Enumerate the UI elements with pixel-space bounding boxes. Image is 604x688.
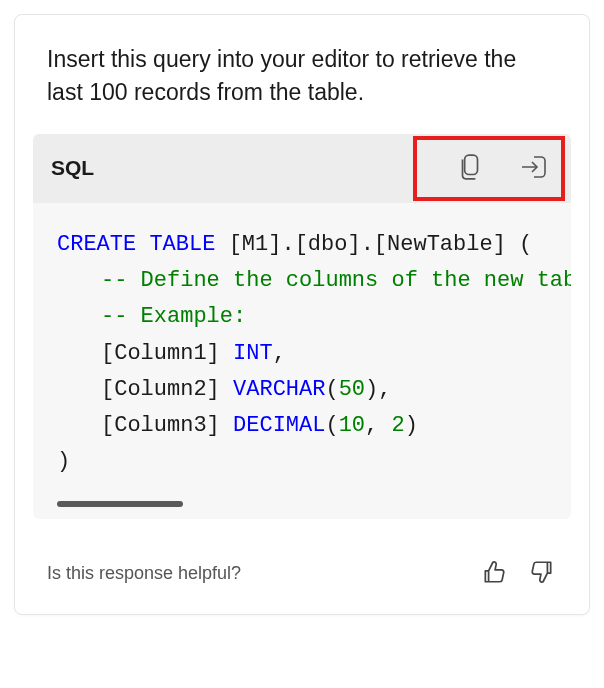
code-comment: -- Define the columns of the new tabl xyxy=(101,268,571,293)
code-text: , xyxy=(273,341,286,366)
feedback-row: Is this response helpful? xyxy=(15,519,589,590)
thumbs-up-button[interactable] xyxy=(479,557,509,590)
code-block: SQL xyxy=(33,134,571,519)
thumbs-up-icon xyxy=(481,573,507,588)
code-keyword: VARCHAR xyxy=(233,377,325,402)
code-number: 10 xyxy=(339,413,365,438)
code-text: [Column2] xyxy=(101,377,233,402)
code-text: [Column1] xyxy=(101,341,233,366)
copy-button[interactable] xyxy=(453,148,487,189)
svg-rect-0 xyxy=(465,155,478,174)
code-text: [Column3] xyxy=(101,413,233,438)
code-content: CREATE TABLE [M1].[dbo].[NewTable] ( -- … xyxy=(57,227,571,481)
code-number: 2 xyxy=(391,413,404,438)
insert-button[interactable] xyxy=(515,149,553,188)
code-text: [M1].[dbo].[NewTable] ( xyxy=(215,232,532,257)
code-comment: -- Example: xyxy=(101,304,246,329)
scrollbar-thumb[interactable] xyxy=(57,501,183,507)
code-keyword: INT xyxy=(233,341,273,366)
horizontal-scrollbar[interactable] xyxy=(57,501,571,507)
feedback-prompt: Is this response helpful? xyxy=(47,563,241,584)
thumbs-down-icon xyxy=(529,573,555,588)
response-card: Insert this query into your editor to re… xyxy=(14,14,590,615)
code-number: 50 xyxy=(339,377,365,402)
code-keyword: CREATE TABLE xyxy=(57,232,215,257)
code-text: ( xyxy=(325,413,338,438)
code-text: ( xyxy=(325,377,338,402)
code-actions xyxy=(453,148,553,189)
code-text: ) xyxy=(57,449,70,474)
thumbs-down-button[interactable] xyxy=(527,557,557,590)
code-body: CREATE TABLE [M1].[dbo].[NewTable] ( -- … xyxy=(33,203,571,519)
code-keyword: DECIMAL xyxy=(233,413,325,438)
code-text: ), xyxy=(365,377,391,402)
code-text: ) xyxy=(405,413,418,438)
insert-icon xyxy=(519,153,549,184)
code-header: SQL xyxy=(33,134,571,203)
feedback-icons xyxy=(479,557,557,590)
code-language-label: SQL xyxy=(51,156,94,180)
code-text: , xyxy=(365,413,391,438)
copy-icon xyxy=(457,152,483,185)
intro-text: Insert this query into your editor to re… xyxy=(15,43,589,110)
